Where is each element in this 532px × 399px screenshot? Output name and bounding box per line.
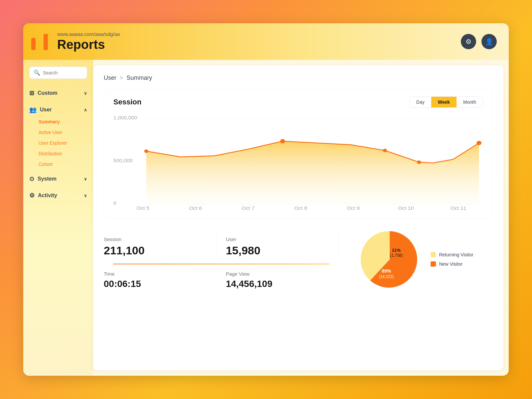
header-url: www.aaaaa.com/aaa/sdg/aa [57, 31, 120, 37]
breadcrumb-separator: > [120, 74, 123, 81]
svg-text:Oct 5: Oct 5 [137, 205, 149, 211]
sidebar: 🔍 ⊞ Custom ∨ 👥 User ∧ [23, 60, 93, 376]
sidebar-item-system[interactable]: ⊙ System ∨ [23, 172, 93, 186]
period-month-button[interactable]: Month [457, 97, 483, 107]
pageview-value: 14,456,109 [226, 279, 329, 289]
period-day-button[interactable]: Day [410, 97, 431, 107]
logo-bar3 [44, 34, 48, 50]
chart-point [417, 161, 421, 164]
activity-chevron: ∨ [84, 193, 87, 198]
sidebar-item-activity[interactable]: ⚙ Activity ∨ [23, 189, 93, 202]
svg-text:Oct 7: Oct 7 [242, 205, 254, 211]
svg-text:89%: 89% [381, 268, 391, 274]
system-icon: ⊙ [29, 175, 34, 183]
period-buttons: Day Week Month [409, 96, 483, 108]
profile-icon: 👤 [485, 38, 493, 46]
app-window: www.aaaaa.com/aaa/sdg/aa Reports ⚙ 👤 🔍 ⊞ [23, 23, 509, 376]
svg-text:Oct 8: Oct 8 [294, 205, 307, 211]
legend-new-label: New Visitor [439, 261, 463, 267]
breadcrumb-parent: User [104, 74, 116, 81]
user-nav-icon: 👥 [29, 106, 37, 113]
activity-icon: ⚙ [29, 192, 35, 199]
header-actions: ⚙ 👤 [461, 34, 497, 49]
chart-section: Session Day Week Month [104, 89, 493, 218]
session-chart: 1,000,000 500,000 0 [113, 113, 483, 213]
svg-text:Oct 6: Oct 6 [189, 205, 202, 211]
nav-section-custom: ⊞ Custom ∨ [23, 86, 93, 100]
sidebar-item-custom[interactable]: ⊞ Custom ∨ [23, 86, 93, 100]
sidebar-item-custom-label: Custom [38, 90, 58, 96]
settings-button[interactable]: ⚙ [461, 34, 476, 49]
user-chevron: ∧ [84, 107, 87, 112]
breadcrumb-current: Summary [127, 74, 152, 81]
search-box[interactable]: 🔍 [29, 66, 87, 79]
header: www.aaaaa.com/aaa/sdg/aa Reports ⚙ 👤 [23, 23, 509, 60]
pageview-stat: Page View 14,456,109 [216, 268, 338, 292]
breadcrumb: User > Summary [104, 74, 493, 81]
sidebar-item-user-label: User [40, 107, 52, 113]
header-title: Reports [57, 38, 120, 52]
sidebar-item-cohort[interactable]: Cohort [39, 159, 93, 169]
settings-icon: ⚙ [466, 38, 471, 46]
svg-text:0: 0 [113, 200, 116, 206]
legend-returning-label: Returning Visitor [439, 252, 473, 257]
sidebar-item-summary[interactable]: Summary [39, 117, 93, 127]
pie-area: 21% (1,758) 89% (14,222) Returning Visit… [338, 228, 493, 291]
period-week-button[interactable]: Week [431, 97, 457, 107]
legend-new: New Visitor [431, 261, 473, 267]
logo [31, 33, 48, 50]
search-input[interactable] [43, 70, 83, 75]
stats-pie-row: Session 211,100 User 15,980 [104, 228, 493, 292]
custom-chevron: ∨ [84, 91, 87, 96]
chart-point [383, 149, 387, 152]
stats-bottom: Time 00:06:15 Page View 14,456,109 [104, 268, 338, 292]
chart-point [280, 139, 285, 143]
user-stat-label: User [226, 236, 329, 242]
sidebar-item-user[interactable]: 👥 User ∧ [23, 103, 93, 117]
nav-section-activity: ⚙ Activity ∨ [23, 189, 93, 202]
logo-bar2 [37, 42, 42, 50]
svg-text:(1,758): (1,758) [390, 253, 402, 258]
legend-new-dot [431, 261, 436, 267]
svg-text:1,000,000: 1,000,000 [113, 115, 137, 120]
logo-icon [31, 33, 48, 50]
stats-area: Session 211,100 User 15,980 [104, 228, 338, 292]
nav-section-system: ⊙ System ∨ [23, 172, 93, 186]
chart-point [476, 141, 481, 145]
pie-legend: Returning Visitor New Visitor [431, 252, 473, 267]
svg-text:(14,222): (14,222) [379, 274, 394, 279]
chart-title: Session [113, 98, 141, 106]
session-value: 211,100 [104, 244, 207, 257]
sidebar-item-user-explorer[interactable]: User Explorer [39, 138, 93, 148]
legend-returning: Returning Visitor [431, 252, 473, 257]
svg-text:500,000: 500,000 [113, 158, 133, 163]
svg-text:Oct 9: Oct 9 [347, 205, 359, 211]
sidebar-item-system-label: System [38, 176, 57, 182]
svg-text:21%: 21% [392, 248, 400, 253]
sidebar-item-active-user[interactable]: Active User [39, 127, 93, 137]
chart-point [144, 149, 148, 153]
user-stat-value: 15,980 [226, 244, 329, 257]
search-icon: 🔍 [34, 69, 40, 76]
pageview-label: Page View [226, 271, 329, 277]
system-chevron: ∨ [84, 177, 87, 182]
time-label: Time [104, 271, 207, 277]
svg-text:Oct 11: Oct 11 [451, 205, 466, 211]
legend-returning-dot [431, 252, 436, 257]
sidebar-item-distribution[interactable]: Distribution [39, 149, 93, 159]
header-text: www.aaaaa.com/aaa/sdg/aa Reports [57, 31, 120, 52]
main-content: User > Summary Session Day Week Month [93, 65, 503, 370]
time-value: 00:06:15 [104, 279, 207, 289]
svg-text:Oct 10: Oct 10 [398, 205, 414, 211]
user-submenu: Summary Active User User Explorer Distri… [23, 117, 93, 169]
chart-header: Session Day Week Month [113, 96, 483, 108]
pie-chart: 21% (1,758) 89% (14,222) [358, 228, 421, 291]
profile-button[interactable]: 👤 [481, 34, 497, 49]
time-stat: Time 00:06:15 [104, 268, 216, 292]
body: 🔍 ⊞ Custom ∨ 👥 User ∧ [23, 60, 509, 376]
stats-top: Session 211,100 User 15,980 [104, 231, 338, 260]
session-label: Session [104, 236, 207, 242]
logo-bar1 [31, 38, 36, 50]
session-stat: Session 211,100 [104, 231, 216, 260]
stat-divider [113, 264, 329, 264]
